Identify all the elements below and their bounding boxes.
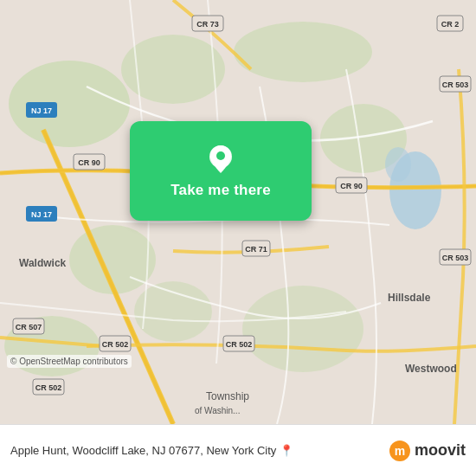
take-me-there-button[interactable]: Take me there: [130, 121, 312, 221]
svg-text:NJ 17: NJ 17: [31, 210, 52, 219]
moovit-logo-icon: m: [389, 440, 411, 462]
svg-text:CR 2: CR 2: [441, 20, 460, 29]
svg-text:NJ 17: NJ 17: [31, 106, 52, 115]
map-attribution: © OpenStreetMap contributors: [7, 355, 132, 368]
svg-text:Westwood: Westwood: [405, 363, 457, 375]
svg-text:of Washin...: of Washin...: [195, 406, 240, 415]
bottom-bar: Apple Hunt, Woodcliff Lake, NJ 07677, Ne…: [0, 424, 476, 476]
svg-text:Township: Township: [206, 390, 249, 402]
svg-text:CR 71: CR 71: [245, 245, 267, 254]
svg-text:CR 90: CR 90: [340, 182, 363, 190]
svg-text:CR 502: CR 502: [102, 340, 129, 349]
svg-text:CR 503: CR 503: [442, 254, 469, 262]
svg-text:Waldwick: Waldwick: [19, 257, 67, 269]
svg-text:CR 502: CR 502: [226, 340, 253, 349]
svg-text:Hillsdale: Hillsdale: [388, 292, 431, 304]
button-label: Take me there: [170, 182, 271, 199]
svg-text:CR 90: CR 90: [78, 158, 100, 167]
svg-text:CR 503: CR 503: [442, 80, 469, 89]
map-container: NJ 17 NJ 17 CR 90 CR 90 CR 73 CR 2 CR 50…: [0, 0, 476, 424]
svg-text:CR 507: CR 507: [16, 323, 42, 331]
moovit-logo: m moovit: [389, 440, 466, 462]
svg-text:CR 73: CR 73: [196, 20, 219, 29]
location-text: Apple Hunt, Woodcliff Lake, NJ 07677, Ne…: [10, 444, 389, 457]
location-address: Apple Hunt, Woodcliff Lake, NJ 07677, Ne…: [10, 444, 276, 457]
svg-point-8: [242, 286, 363, 372]
svg-text:CR 502: CR 502: [35, 383, 62, 392]
svg-point-3: [234, 22, 372, 82]
svg-point-46: [216, 151, 225, 160]
svg-point-11: [385, 147, 411, 182]
moovit-logo-text: moovit: [415, 441, 466, 460]
location-pin-icon: [205, 144, 236, 175]
svg-text:m: m: [395, 444, 405, 458]
